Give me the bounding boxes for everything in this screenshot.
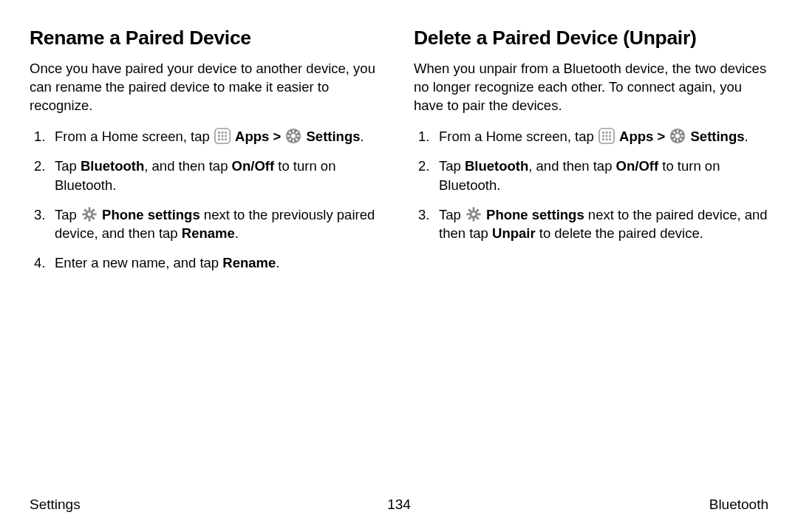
settings-label: Settings [307,129,361,144]
svg-point-5 [221,134,223,137]
svg-point-35 [609,134,611,137]
settings-icon [285,128,301,144]
step-1: From a Home screen, tap Apps > Settings. [414,127,768,146]
apps-label: Apps [619,129,653,144]
svg-point-4 [218,134,220,137]
svg-rect-13 [293,139,294,142]
svg-point-30 [602,132,604,134]
svg-rect-52 [466,213,470,215]
svg-rect-15 [297,135,300,137]
svg-point-11 [291,134,296,138]
svg-point-9 [225,138,227,140]
svg-rect-50 [473,207,475,211]
svg-point-8 [221,138,223,140]
apps-label: Apps [235,129,269,144]
footer-section: Settings [30,497,81,513]
heading-rename: Rename a Paired Device [30,27,384,50]
step-2: Tap Bluetooth, and then tap On/Off to tu… [30,157,384,195]
svg-point-31 [605,132,607,134]
footer-topic: Bluetooth [709,497,768,513]
svg-point-36 [602,138,604,140]
apps-icon [598,128,615,144]
svg-point-40 [675,134,680,138]
svg-rect-12 [293,130,294,133]
svg-rect-44 [681,135,684,137]
svg-point-32 [609,132,611,134]
svg-rect-21 [89,207,91,211]
column-rename: Rename a Paired Device Once you have pai… [30,27,384,283]
step-1: From a Home screen, tap Apps > Settings. [30,127,384,146]
steps-rename: From a Home screen, tap Apps > Settings.… [30,127,384,273]
svg-point-1 [218,132,220,134]
svg-rect-24 [93,213,97,215]
steps-delete: From a Home screen, tap Apps > Settings.… [414,127,768,243]
intro-delete: When you unpair from a Bluetooth device,… [414,60,768,115]
apps-icon [214,128,231,144]
intro-rename: Once you have paired your device to anot… [30,60,384,115]
svg-point-49 [471,211,477,217]
svg-rect-22 [89,218,91,222]
settings-label: Settings [691,129,745,144]
svg-rect-53 [477,213,481,215]
svg-point-20 [86,211,92,217]
svg-point-6 [225,134,227,137]
svg-point-7 [218,138,220,140]
step-3: Tap Phone settings next to the paired de… [414,205,768,244]
gear-icon [81,206,98,222]
svg-point-2 [221,132,223,134]
content-columns: Rename a Paired Device Once you have pai… [30,27,768,283]
step-2: Tap Bluetooth, and then tap On/Off to tu… [414,157,768,195]
svg-point-34 [605,134,607,137]
step-3: Tap Phone settings next to the previousl… [30,205,384,244]
phone-settings-label: Phone settings [486,207,584,222]
svg-rect-42 [677,139,678,142]
step-4: Enter a new name, and tap Rename. [30,253,384,273]
svg-point-37 [605,138,607,140]
phone-settings-label: Phone settings [102,207,200,222]
svg-point-3 [225,132,227,134]
svg-rect-23 [82,213,86,215]
page-number: 134 [387,497,411,513]
gear-icon [466,206,482,222]
settings-icon [669,128,686,144]
svg-rect-43 [672,135,675,137]
svg-rect-51 [473,218,475,222]
svg-point-33 [602,134,604,137]
page-footer: Settings 134 Bluetooth [30,497,768,513]
column-delete: Delete a Paired Device (Unpair) When you… [414,27,768,283]
heading-delete: Delete a Paired Device (Unpair) [414,27,768,50]
svg-rect-14 [287,135,290,137]
svg-rect-41 [677,130,678,133]
svg-point-38 [609,138,611,140]
